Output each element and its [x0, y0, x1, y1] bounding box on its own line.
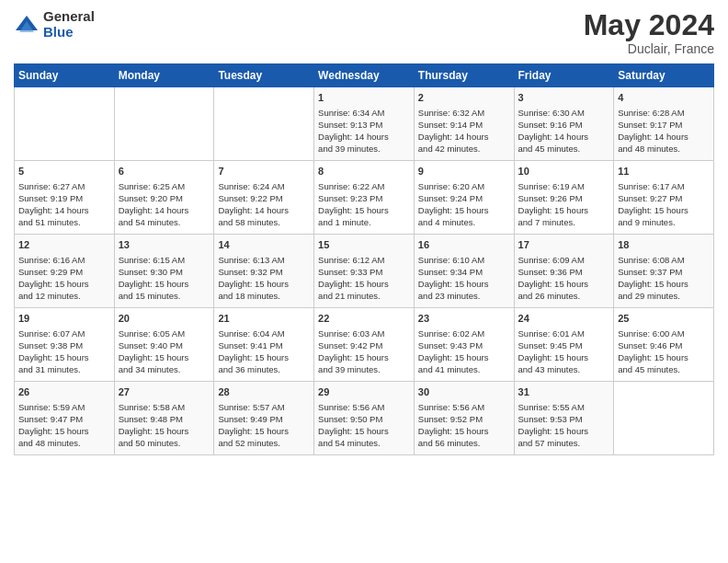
page: General Blue May 2024 Duclair, France Su…	[0, 0, 728, 563]
calendar-body: 1Sunrise: 6:34 AMSunset: 9:13 PMDaylight…	[15, 87, 714, 455]
day-info: Sunrise: 6:00 AMSunset: 9:46 PMDaylight:…	[618, 327, 710, 376]
day-info: Sunrise: 6:30 AMSunset: 9:16 PMDaylight:…	[518, 107, 610, 155]
calendar-cell: 8Sunrise: 6:22 AMSunset: 9:23 PMDaylight…	[314, 161, 415, 235]
day-number: 31	[518, 385, 610, 399]
day-info: Sunrise: 6:02 AMSunset: 9:43 PMDaylight:…	[418, 327, 510, 376]
calendar-cell: 19Sunrise: 6:07 AMSunset: 9:38 PMDayligh…	[15, 308, 115, 382]
day-number: 17	[518, 238, 610, 252]
col-friday: Friday	[514, 64, 614, 87]
day-info: Sunrise: 5:55 AMSunset: 9:53 PMDaylight:…	[518, 401, 610, 450]
calendar-cell: 21Sunrise: 6:04 AMSunset: 9:41 PMDayligh…	[214, 308, 314, 382]
day-number: 2	[418, 91, 510, 105]
day-info: Sunrise: 6:13 AMSunset: 9:32 PMDaylight:…	[218, 254, 310, 303]
day-number: 5	[18, 165, 110, 178]
calendar-week-3: 12Sunrise: 6:16 AMSunset: 9:29 PMDayligh…	[15, 235, 714, 308]
logo: General Blue	[14, 9, 95, 40]
calendar-cell: 24Sunrise: 6:01 AMSunset: 9:45 PMDayligh…	[514, 308, 614, 382]
day-number: 7	[218, 165, 310, 178]
day-number: 16	[418, 238, 510, 252]
calendar-cell: 7Sunrise: 6:24 AMSunset: 9:22 PMDaylight…	[214, 161, 314, 235]
calendar-cell: 1Sunrise: 6:34 AMSunset: 9:13 PMDaylight…	[314, 87, 415, 161]
day-info: Sunrise: 5:56 AMSunset: 9:52 PMDaylight:…	[418, 401, 510, 450]
day-number: 11	[618, 165, 710, 178]
day-info: Sunrise: 6:04 AMSunset: 9:41 PMDaylight:…	[218, 327, 310, 376]
calendar-cell	[214, 87, 314, 161]
day-info: Sunrise: 6:20 AMSunset: 9:24 PMDaylight:…	[418, 180, 510, 229]
calendar-cell: 13Sunrise: 6:15 AMSunset: 9:30 PMDayligh…	[114, 235, 214, 308]
day-number: 20	[119, 312, 210, 326]
day-info: Sunrise: 6:12 AMSunset: 9:33 PMDaylight:…	[318, 254, 410, 303]
day-info: Sunrise: 5:57 AMSunset: 9:49 PMDaylight:…	[218, 401, 310, 450]
calendar-cell: 16Sunrise: 6:10 AMSunset: 9:34 PMDayligh…	[414, 235, 514, 308]
day-info: Sunrise: 6:07 AMSunset: 9:38 PMDaylight:…	[18, 327, 110, 376]
day-number: 28	[218, 385, 310, 399]
day-number: 18	[618, 238, 710, 252]
calendar-cell: 29Sunrise: 5:56 AMSunset: 9:50 PMDayligh…	[314, 382, 415, 455]
col-saturday: Saturday	[614, 64, 714, 87]
logo-general-text: General	[43, 9, 95, 25]
calendar-cell: 20Sunrise: 6:05 AMSunset: 9:40 PMDayligh…	[114, 308, 214, 382]
day-number: 25	[618, 312, 710, 326]
calendar-cell: 12Sunrise: 6:16 AMSunset: 9:29 PMDayligh…	[15, 235, 115, 308]
day-info: Sunrise: 6:34 AMSunset: 9:13 PMDaylight:…	[318, 107, 410, 155]
calendar-week-1: 1Sunrise: 6:34 AMSunset: 9:13 PMDaylight…	[15, 87, 714, 161]
day-number: 26	[18, 385, 110, 399]
day-info: Sunrise: 5:59 AMSunset: 9:47 PMDaylight:…	[18, 401, 110, 450]
day-info: Sunrise: 6:27 AMSunset: 9:19 PMDaylight:…	[18, 180, 110, 229]
day-info: Sunrise: 5:58 AMSunset: 9:48 PMDaylight:…	[119, 401, 210, 450]
day-number: 12	[18, 238, 110, 252]
calendar-week-4: 19Sunrise: 6:07 AMSunset: 9:38 PMDayligh…	[15, 308, 714, 382]
calendar-subtitle: Duclair, France	[584, 41, 714, 56]
day-info: Sunrise: 6:16 AMSunset: 9:29 PMDaylight:…	[18, 254, 110, 303]
calendar-week-2: 5Sunrise: 6:27 AMSunset: 9:19 PMDaylight…	[15, 161, 714, 235]
day-number: 15	[318, 238, 410, 252]
calendar-cell: 22Sunrise: 6:03 AMSunset: 9:42 PMDayligh…	[314, 308, 415, 382]
calendar-cell: 28Sunrise: 5:57 AMSunset: 9:49 PMDayligh…	[214, 382, 314, 455]
weekday-header-row: Sunday Monday Tuesday Wednesday Thursday…	[15, 64, 714, 87]
day-info: Sunrise: 5:56 AMSunset: 9:50 PMDaylight:…	[318, 401, 410, 450]
calendar-cell: 9Sunrise: 6:20 AMSunset: 9:24 PMDaylight…	[414, 161, 514, 235]
title-block: May 2024 Duclair, France	[584, 9, 714, 56]
calendar-cell: 31Sunrise: 5:55 AMSunset: 9:53 PMDayligh…	[514, 382, 614, 455]
day-info: Sunrise: 6:03 AMSunset: 9:42 PMDaylight:…	[318, 327, 410, 376]
day-number: 8	[318, 165, 410, 178]
calendar-cell: 26Sunrise: 5:59 AMSunset: 9:47 PMDayligh…	[15, 382, 115, 455]
logo-text: General Blue	[43, 9, 95, 40]
day-info: Sunrise: 6:15 AMSunset: 9:30 PMDaylight:…	[119, 254, 210, 303]
logo-blue-text: Blue	[43, 25, 95, 40]
calendar-cell: 25Sunrise: 6:00 AMSunset: 9:46 PMDayligh…	[614, 308, 714, 382]
day-info: Sunrise: 6:24 AMSunset: 9:22 PMDaylight:…	[218, 180, 310, 229]
calendar-cell: 6Sunrise: 6:25 AMSunset: 9:20 PMDaylight…	[114, 161, 214, 235]
calendar-cell: 5Sunrise: 6:27 AMSunset: 9:19 PMDaylight…	[15, 161, 115, 235]
day-number: 19	[18, 312, 110, 326]
day-number: 22	[318, 312, 410, 326]
day-info: Sunrise: 6:22 AMSunset: 9:23 PMDaylight:…	[318, 180, 410, 229]
day-number: 6	[119, 165, 210, 178]
day-info: Sunrise: 6:01 AMSunset: 9:45 PMDaylight:…	[518, 327, 610, 376]
logo-icon	[14, 12, 40, 38]
col-monday: Monday	[114, 64, 214, 87]
day-info: Sunrise: 6:28 AMSunset: 9:17 PMDaylight:…	[618, 107, 710, 155]
day-number: 9	[418, 165, 510, 178]
col-thursday: Thursday	[414, 64, 514, 87]
calendar-cell: 15Sunrise: 6:12 AMSunset: 9:33 PMDayligh…	[314, 235, 415, 308]
day-number: 1	[318, 91, 410, 105]
calendar-cell	[114, 87, 214, 161]
calendar-title: May 2024	[584, 9, 714, 41]
calendar-cell: 2Sunrise: 6:32 AMSunset: 9:14 PMDaylight…	[414, 87, 514, 161]
day-number: 13	[119, 238, 210, 252]
day-info: Sunrise: 6:10 AMSunset: 9:34 PMDaylight:…	[418, 254, 510, 303]
calendar-cell: 4Sunrise: 6:28 AMSunset: 9:17 PMDaylight…	[614, 87, 714, 161]
day-number: 27	[119, 385, 210, 399]
calendar-cell: 17Sunrise: 6:09 AMSunset: 9:36 PMDayligh…	[514, 235, 614, 308]
day-number: 10	[518, 165, 610, 178]
calendar-cell: 30Sunrise: 5:56 AMSunset: 9:52 PMDayligh…	[414, 382, 514, 455]
calendar-cell: 11Sunrise: 6:17 AMSunset: 9:27 PMDayligh…	[614, 161, 714, 235]
day-info: Sunrise: 6:05 AMSunset: 9:40 PMDaylight:…	[119, 327, 210, 376]
day-number: 29	[318, 385, 410, 399]
calendar-week-5: 26Sunrise: 5:59 AMSunset: 9:47 PMDayligh…	[15, 382, 714, 455]
day-number: 4	[618, 91, 710, 105]
calendar-cell: 3Sunrise: 6:30 AMSunset: 9:16 PMDaylight…	[514, 87, 614, 161]
col-sunday: Sunday	[15, 64, 115, 87]
day-info: Sunrise: 6:09 AMSunset: 9:36 PMDaylight:…	[518, 254, 610, 303]
